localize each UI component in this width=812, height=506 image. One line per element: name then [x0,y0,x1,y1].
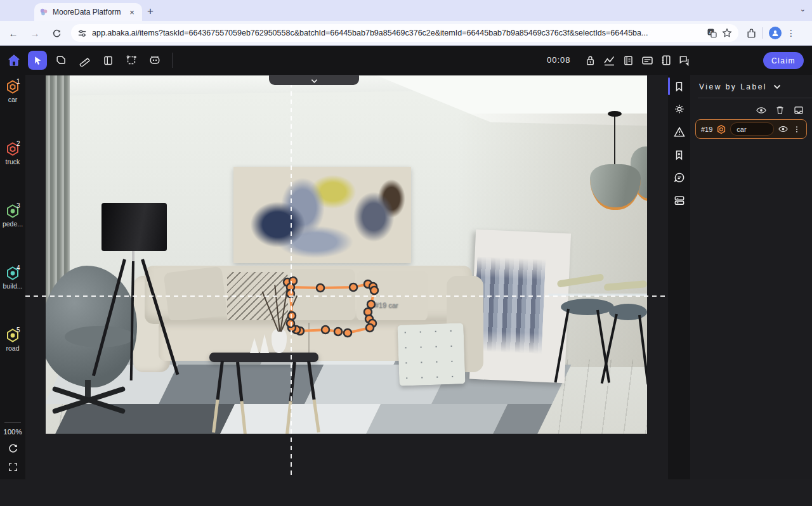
server-icon [673,194,686,207]
chevron-down-icon[interactable]: ⌄ [800,5,806,13]
issues-panel-tab[interactable] [668,120,690,143]
zoom-level: 100% [0,428,25,436]
class-label: truck [0,158,25,165]
class-item-car[interactable]: 1 car [0,78,25,109]
bookmark-icon [673,81,685,93]
lock-icon[interactable] [581,51,599,69]
class-number: 5 [16,327,20,334]
translate-icon[interactable]: A [707,28,717,38]
class-label: road [0,344,25,352]
more-options-kebab-icon[interactable] [792,124,801,134]
view-by-label-header[interactable]: View by Label [690,75,812,91]
class-number: 3 [16,202,20,209]
fullscreen-button[interactable] [0,462,25,475]
polygon-tool-button[interactable] [51,51,70,70]
labels-panel-tab[interactable] [668,75,690,98]
invalid-panel-tab[interactable] [668,143,690,166]
crosshair-horizontal [25,295,666,297]
image-under-annotation[interactable]: #19 car [46,75,647,434]
divider [172,53,173,68]
bookmark-x-icon [673,149,685,161]
app-window: 00:08 Claim 1 [0,46,812,506]
class-label: pede... [0,220,25,228]
show-all-eye-icon[interactable] [756,105,767,116]
claim-button[interactable]: Claim [763,52,804,69]
layers-panel-tab[interactable] [668,189,690,212]
comments-panel-tab[interactable] [668,166,690,189]
chevron-down-icon [311,79,318,84]
bookmark-star-icon[interactable] [722,28,732,38]
app-toolbar: 00:08 Claim [0,46,812,75]
tab-title: MooreData Platform [53,8,122,16]
forward-icon[interactable]: → [27,25,43,41]
split-panel-tool-button[interactable] [98,51,117,70]
add-polygon-tool-button[interactable] [122,51,141,70]
screen: MooreData Platform × + ⌄ ← → app.abaka.a… [0,0,812,506]
back-icon[interactable]: ← [5,25,22,41]
divider [762,27,763,39]
address-bar[interactable]: app.abaka.ai/items?taskId=664367557059eb… [71,24,738,42]
notebook-icon[interactable] [657,51,675,69]
chevron-down-icon [773,84,781,89]
timer-label: 00:08 [547,55,571,65]
archive-icon[interactable] [793,105,804,116]
view-by-label-text: View by Label [699,82,767,91]
browser-tab[interactable]: MooreData Platform × [34,3,142,21]
new-tab-button[interactable]: + [147,5,154,18]
url-text: app.abaka.ai/items?taskId=664367557059eb… [92,29,702,37]
select-tool-button[interactable] [28,51,47,70]
labels-panel: View by Label #19 car [690,75,812,479]
home-button[interactable] [4,51,23,70]
class-number: 1 [16,78,20,85]
class-item-pedestrian[interactable]: 3 pede... [0,202,25,233]
label-list-item[interactable]: #19 car [695,119,807,139]
canvas-top-dropdown[interactable] [269,75,359,85]
extensions-icon[interactable] [746,28,757,39]
class-label: build... [0,282,25,290]
ruler-tool-button[interactable] [75,51,94,70]
warning-icon [673,126,686,138]
class-label: car [0,96,25,103]
class-sidebar: 1 car 2 truck 3 pede... 4 build... 5 [0,75,25,479]
class-item-truck[interactable]: 2 truck [0,140,25,171]
card-icon[interactable] [638,51,656,69]
polygon-annotation[interactable] [46,75,647,434]
profile-avatar[interactable] [769,27,782,39]
zoom-controls: 100% [0,422,25,475]
reset-rotation-button[interactable] [0,442,25,457]
ai-assist-tool-button[interactable] [145,51,164,70]
close-tab-icon[interactable]: × [127,7,137,17]
class-item-road[interactable]: 5 road [0,327,25,358]
delete-all-trash-icon[interactable] [775,105,785,115]
browser-url-row: ← → app.abaka.ai/items?taskId=6643675570… [0,21,812,46]
label-name-field[interactable]: car [730,122,774,136]
chat-icon[interactable] [675,51,693,69]
divider [4,422,21,423]
favicon [39,8,48,16]
visibility-eye-icon[interactable] [778,124,789,134]
browser-tab-strip: MooreData Platform × + ⌄ [0,0,812,21]
class-number: 4 [16,264,20,271]
right-tool-strip [668,75,690,479]
crosshair-vertical [291,75,292,476]
settings-panel-tab[interactable] [668,98,690,120]
active-indicator [668,77,670,95]
class-item-building[interactable]: 4 build... [0,264,25,295]
stats-icon[interactable] [600,51,618,69]
document-icon[interactable] [619,51,637,69]
gear-icon [673,103,686,115]
comment-icon [673,171,686,184]
label-list-actions [690,98,812,116]
class-number: 2 [16,140,20,147]
car-class-icon [716,124,726,134]
site-settings-icon[interactable] [77,29,87,38]
annotation-canvas[interactable]: #19 car [25,75,668,479]
annotation-label: #19 car [375,301,398,309]
browser-menu-icon[interactable]: ⋮ [787,28,796,38]
reload-icon[interactable] [48,25,65,41]
label-id: #19 [701,126,712,133]
